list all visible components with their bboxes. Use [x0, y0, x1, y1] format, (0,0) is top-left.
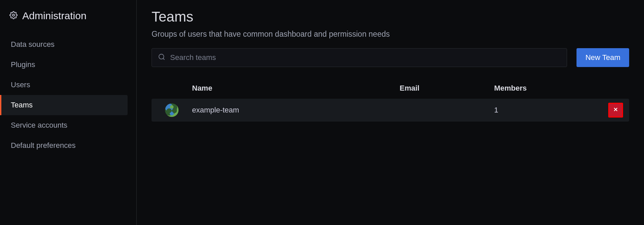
sidebar-header: Administration: [0, 10, 136, 32]
th-name[interactable]: Name: [192, 84, 400, 93]
sidebar-item-teams[interactable]: Teams: [0, 95, 128, 115]
sidebar-item-label: Users: [11, 81, 30, 89]
teams-table: Name Email Members example-team 1: [152, 81, 629, 122]
close-icon: [613, 106, 619, 115]
sidebar: Administration Data sources Plugins User…: [0, 0, 137, 225]
page-subtitle: Groups of users that have common dashboa…: [152, 30, 629, 39]
svg-point-0: [12, 14, 15, 16]
sidebar-item-service-accounts[interactable]: Service accounts: [0, 115, 128, 135]
sidebar-nav: Data sources Plugins Users Teams Service…: [0, 32, 136, 156]
th-members[interactable]: Members: [494, 84, 602, 93]
sidebar-item-users[interactable]: Users: [0, 75, 128, 95]
sidebar-item-default-preferences[interactable]: Default preferences: [0, 135, 128, 156]
delete-team-button[interactable]: [608, 103, 623, 118]
sidebar-title: Administration: [22, 10, 86, 22]
sidebar-item-data-sources[interactable]: Data sources: [0, 34, 128, 55]
th-email[interactable]: Email: [400, 84, 494, 93]
sidebar-item-label: Service accounts: [11, 121, 68, 129]
search-input[interactable]: [170, 53, 561, 62]
new-team-button[interactable]: New Team: [576, 48, 629, 67]
team-actions-cell: [602, 103, 629, 118]
actions-row: New Team: [152, 48, 629, 67]
svg-point-1: [159, 54, 164, 59]
gear-icon: [9, 11, 18, 21]
sidebar-item-label: Default preferences: [11, 141, 76, 150]
sidebar-item-label: Plugins: [11, 60, 35, 69]
team-members-cell: 1: [494, 106, 602, 115]
svg-line-2: [163, 58, 164, 60]
sidebar-item-plugins[interactable]: Plugins: [0, 55, 128, 75]
main-content: Teams Groups of users that have common d…: [137, 0, 644, 225]
team-avatar-cell: [152, 103, 192, 117]
search-icon: [158, 53, 170, 62]
table-header-row: Name Email Members: [152, 81, 629, 99]
sidebar-item-label: Data sources: [11, 40, 55, 49]
page-title: Teams: [152, 9, 629, 25]
team-avatar-icon: [165, 103, 179, 117]
table-row[interactable]: example-team 1: [152, 99, 629, 122]
sidebar-item-label: Teams: [11, 101, 33, 109]
search-wrap[interactable]: [152, 48, 567, 67]
team-name-cell: example-team: [192, 106, 400, 115]
